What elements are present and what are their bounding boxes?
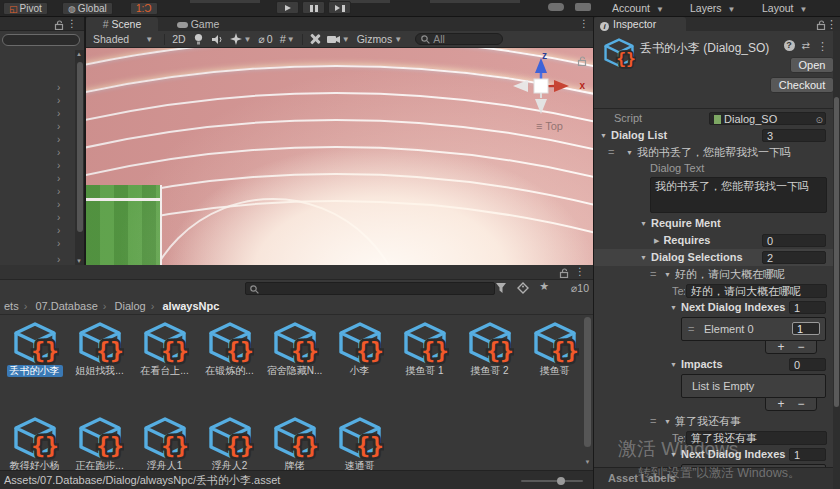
- foldout-arrow-icon[interactable]: [57, 121, 67, 133]
- ndi-foldout[interactable]: Next Dialog Indexes: [670, 446, 785, 463]
- asset-item[interactable]: 小李: [327, 321, 392, 377]
- foldout-arrow-icon[interactable]: [57, 147, 67, 159]
- asset-item[interactable]: 牌佬: [262, 416, 327, 472]
- asset-item[interactable]: 在看台上...: [132, 321, 197, 377]
- selection1-text-field[interactable]: 好的，请问大概在哪呢: [686, 284, 827, 298]
- breadcrumb-assets[interactable]: ets: [2, 300, 21, 312]
- axis-x-cone[interactable]: [554, 80, 569, 92]
- open-button[interactable]: Open: [790, 57, 834, 73]
- search-by-type-icon[interactable]: [495, 282, 507, 294]
- foldout-arrow-icon[interactable]: [57, 134, 67, 146]
- require-ment-foldout[interactable]: Require Ment: [640, 215, 721, 232]
- breadcrumb-database[interactable]: 07.Database: [33, 300, 99, 312]
- lock-icon[interactable]: [816, 20, 826, 30]
- scene-visibility-toggle[interactable]: ⌀0: [258, 33, 272, 45]
- pivot-toggle-button[interactable]: ◱Pivot: [3, 2, 48, 15]
- tab-game[interactable]: Game: [162, 17, 234, 31]
- add-element-button[interactable]: +: [771, 398, 791, 411]
- collab-icon[interactable]: [575, 3, 591, 11]
- effects-dropdown[interactable]: ▼: [230, 33, 252, 45]
- object-picker-icon[interactable]: ⊙: [815, 114, 823, 126]
- snap-toggle-button[interactable]: 1:Ɔ: [130, 2, 158, 15]
- foldout-arrow-icon[interactable]: [57, 238, 67, 250]
- checkout-button[interactable]: Checkout: [770, 77, 834, 93]
- tab-inspector[interactable]: iInspector: [594, 17, 686, 31]
- preset-icon[interactable]: ⇄: [802, 40, 810, 53]
- asset-item[interactable]: 摸鱼哥: [522, 321, 587, 377]
- scrollbar-thumb[interactable]: [584, 317, 591, 447]
- lock-icon[interactable]: [54, 20, 64, 30]
- inspector-scrollbar[interactable]: [833, 31, 840, 489]
- account-dropdown[interactable]: Account▼: [612, 1, 664, 15]
- asset-item[interactable]: 浮舟人1: [132, 416, 197, 472]
- scrollbar-thumb[interactable]: [77, 62, 83, 232]
- scene-search-input[interactable]: All: [415, 33, 503, 45]
- element-row[interactable]: = Element 0 1: [682, 318, 825, 340]
- project-search-input[interactable]: [245, 282, 495, 295]
- search-by-label-icon[interactable]: [517, 282, 529, 294]
- asset-item[interactable]: 正在跑步...: [67, 416, 132, 472]
- selection2-foldout[interactable]: 算了我还有事: [664, 413, 741, 430]
- global-toggle-button[interactable]: ◍Global: [62, 2, 113, 15]
- layout-dropdown[interactable]: Layout▼: [762, 1, 807, 15]
- selection2-text-field[interactable]: 算了我还有事: [686, 431, 827, 445]
- script-object-field[interactable]: Dialog_SO⊙: [709, 112, 826, 125]
- slider-knob[interactable]: [557, 477, 565, 485]
- hidden-packages-toggle[interactable]: ⌀10: [571, 282, 589, 294]
- hierarchy-search-input[interactable]: [2, 34, 80, 46]
- 2d-toggle-button[interactable]: 2D: [172, 33, 185, 45]
- kebab-menu-icon[interactable]: ⋮: [817, 40, 828, 53]
- pause-button[interactable]: [302, 1, 325, 14]
- scene-viewport[interactable]: z x Top: [86, 48, 593, 265]
- dialog-selections-size-field[interactable]: 2: [762, 251, 826, 264]
- layers-dropdown[interactable]: Layers▼: [690, 1, 735, 15]
- asset-item[interactable]: 宿舍隐藏N...: [262, 321, 327, 377]
- foldout-arrow-icon[interactable]: [57, 199, 67, 211]
- kebab-menu-icon[interactable]: ⋮: [826, 18, 837, 31]
- kebab-menu-icon[interactable]: ⋮: [67, 18, 77, 29]
- gizmo-center-cube[interactable]: [534, 79, 548, 93]
- hierarchy-scrollbar[interactable]: [75, 50, 84, 265]
- requires-foldout[interactable]: Requires: [654, 232, 710, 249]
- axis-neg-z-cone[interactable]: [535, 99, 547, 114]
- foldout-arrow-icon[interactable]: [57, 173, 67, 185]
- cloud-icon[interactable]: [548, 3, 564, 11]
- entry-foldout[interactable]: 我的书丢了，您能帮我找一下吗: [626, 144, 791, 161]
- play-button[interactable]: [276, 1, 299, 14]
- foldout-arrow-icon[interactable]: [57, 160, 67, 172]
- axis-neg-x-cone[interactable]: [513, 80, 528, 92]
- dialog-text-area[interactable]: 我的书丢了，您能帮我找一下吗: [650, 177, 827, 213]
- drag-handle-icon[interactable]: =: [650, 413, 656, 430]
- foldout-arrow-icon[interactable]: [57, 225, 67, 237]
- breadcrumb-dialog[interactable]: Dialog: [113, 300, 148, 312]
- element-value-field[interactable]: 1: [792, 322, 820, 335]
- asset-item[interactable]: 姐姐找我...: [67, 321, 132, 377]
- ndi-size-field[interactable]: 1: [789, 448, 826, 461]
- favorites-star-icon[interactable]: ★: [539, 280, 549, 293]
- drag-handle-icon[interactable]: =: [608, 144, 614, 161]
- view-orientation-label[interactable]: Top: [536, 120, 563, 132]
- kebab-menu-icon[interactable]: ⋮: [575, 266, 585, 277]
- remove-element-button[interactable]: −: [791, 341, 811, 354]
- dialog-list-size-field[interactable]: 3: [762, 129, 826, 142]
- tool-settings-button[interactable]: [310, 34, 320, 44]
- asset-item[interactable]: 在锻炼的...: [197, 321, 262, 377]
- foldout-arrow-icon[interactable]: [57, 95, 67, 107]
- project-scrollbar[interactable]: [583, 317, 592, 465]
- help-icon[interactable]: ?: [784, 40, 795, 51]
- breadcrumb-alwaysnpc[interactable]: alwaysNpc: [160, 300, 221, 312]
- impacts-size-field[interactable]: 0: [789, 358, 826, 371]
- foldout-arrow-icon[interactable]: [57, 108, 67, 120]
- orientation-gizmo[interactable]: [509, 54, 573, 118]
- ndi-size-field[interactable]: 1: [789, 301, 826, 314]
- camera-settings-dropdown[interactable]: ▼: [327, 35, 350, 44]
- asset-labels-bar[interactable]: Asset Labels: [594, 467, 833, 489]
- selection1-foldout[interactable]: 好的，请问大概在哪呢: [664, 266, 785, 283]
- drag-handle-icon[interactable]: =: [688, 318, 694, 340]
- kebab-menu-icon[interactable]: ⋮: [579, 18, 589, 29]
- view-lock-icon[interactable]: [577, 56, 587, 66]
- tab-scene[interactable]: #Scene: [86, 17, 158, 31]
- grid-visibility-dropdown[interactable]: #▼: [280, 33, 295, 45]
- asset-item[interactable]: 摸鱼哥 1: [392, 321, 457, 377]
- remove-element-button[interactable]: −: [791, 398, 811, 411]
